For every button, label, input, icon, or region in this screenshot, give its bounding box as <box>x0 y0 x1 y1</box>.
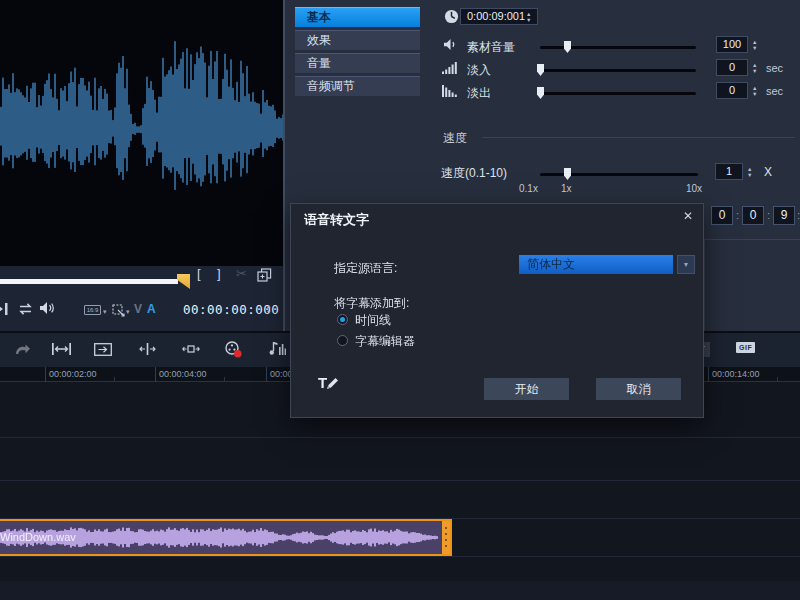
gif-export-icon[interactable]: GIF <box>736 342 755 353</box>
timecode-spinner[interactable]: ▲▼ <box>266 303 271 315</box>
video-toggle[interactable]: V <box>134 302 142 316</box>
speed-label: 速度(0.1-10) <box>441 165 507 182</box>
speed-value[interactable]: 1 <box>715 163 743 180</box>
fit-project-icon[interactable] <box>52 343 71 355</box>
group-box-border <box>704 239 705 331</box>
mark-out-button[interactable]: ] <box>217 266 221 281</box>
radio-timeline[interactable] <box>337 314 348 325</box>
duration-spinner[interactable]: ▲▼ <box>526 11 531 23</box>
fade-in-value[interactable]: 0 <box>716 59 748 76</box>
duration-clock-icon <box>444 9 459 24</box>
clip-volume-value[interactable]: 100 <box>716 36 748 53</box>
speed-slider[interactable] <box>540 173 698 176</box>
fade-out-unit: sec <box>766 85 783 97</box>
clip-volume-slider[interactable] <box>540 46 696 49</box>
video-preview-area <box>0 0 283 266</box>
preview-audio-waveform <box>0 0 283 266</box>
fade-in-label: 淡入 <box>467 62 491 79</box>
add-subtitles-to-label: 将字幕添加到: <box>334 295 409 312</box>
track-view-icon[interactable] <box>94 343 112 356</box>
svg-text:T: T <box>318 374 327 391</box>
preview-timecode[interactable]: 00:00:00:000 <box>183 302 279 317</box>
app-window: [ ] ✂ 16:9 ▾ ▾ V A 00:00:00:000 ▲▼ 基本 效果… <box>0 0 800 600</box>
speed-section-divider <box>482 137 795 138</box>
fade-out-value[interactable]: 0 <box>716 82 748 99</box>
resize-caret-icon[interactable]: ▾ <box>126 308 130 316</box>
tab-effects[interactable]: 效果 <box>295 30 420 50</box>
ruler-label: 00:00:04:00 <box>155 367 265 382</box>
dialog-title: 语音转文字 <box>304 211 369 229</box>
cancel-button[interactable]: 取消 <box>596 378 681 400</box>
ruler-label: 00:00:02:00 <box>45 367 155 382</box>
clip-volume-icon <box>443 38 458 51</box>
trim-bar[interactable] <box>0 279 178 284</box>
audio-clip-winddown[interactable]: WindDown.wav <box>0 519 452 556</box>
enlarge-preview-icon[interactable] <box>257 268 272 282</box>
preview-volume-icon[interactable] <box>39 301 55 315</box>
ruler-label: 00:00:14:00 <box>708 367 800 382</box>
mark-in-button[interactable]: [ <box>197 266 201 281</box>
clip-right-trim-handle[interactable] <box>442 521 450 554</box>
tab-basic[interactable]: 基本 <box>295 7 420 27</box>
loop-playback-icon[interactable] <box>17 303 34 315</box>
text-edit-icon: T <box>318 373 340 393</box>
digit-separator: : <box>736 209 739 221</box>
radio-subtitle-editor-label[interactable]: 字幕编辑器 <box>355 333 415 350</box>
clip-name: WindDown.wav <box>0 531 76 543</box>
speech-to-text-dialog: 语音转文字 ✕ 指定源语言: 简体中文 ▾ 将字幕添加到: 时间线 字幕编辑器 … <box>290 203 704 418</box>
close-icon[interactable]: ✕ <box>683 209 693 223</box>
redo-icon[interactable] <box>14 342 31 356</box>
start-button[interactable]: 开始 <box>484 378 569 400</box>
speed-section-title: 速度 <box>443 130 467 147</box>
duration-digit-minutes[interactable]: 0 <box>742 206 764 225</box>
source-language-label: 指定源语言: <box>334 260 397 277</box>
aspect-ratio-selector[interactable]: 16:9 <box>84 305 101 315</box>
trim-clip-icon[interactable] <box>182 343 200 355</box>
speed-mark-1x: 1x <box>561 183 572 194</box>
next-frame-button[interactable] <box>0 303 9 315</box>
source-language-dropdown[interactable]: 简体中文 <box>519 255 673 274</box>
group-box-border <box>705 239 800 240</box>
radio-timeline-label[interactable]: 时间线 <box>355 312 391 329</box>
dropdown-caret-icon[interactable]: ▾ <box>677 255 695 274</box>
track-divider <box>0 480 800 481</box>
clip-volume-label: 素材音量 <box>467 39 515 56</box>
sound-mixer-icon[interactable] <box>268 341 286 356</box>
track-divider <box>0 437 800 438</box>
digit-separator: : <box>767 209 770 221</box>
split-clip-scissors-icon[interactable]: ✂ <box>236 266 247 281</box>
resize-mode-icon[interactable] <box>112 304 125 317</box>
speed-mark-max: 10x <box>686 183 702 194</box>
speed-spinner[interactable]: ▲▼ <box>747 166 752 178</box>
preview-panel: [ ] ✂ 16:9 ▾ ▾ V A 00:00:00:000 ▲▼ <box>0 0 283 331</box>
audio-toggle[interactable]: A <box>147 302 156 316</box>
clip-volume-spinner[interactable]: ▲▼ <box>752 39 757 51</box>
speed-mark-min: 0.1x <box>519 183 538 194</box>
radio-subtitle-editor[interactable] <box>337 335 348 346</box>
tab-audio-adjust[interactable]: 音频调节 <box>295 76 420 96</box>
trim-end-handle[interactable] <box>177 274 190 289</box>
fade-in-icon <box>442 62 457 74</box>
fade-in-spinner[interactable]: ▲▼ <box>752 62 757 74</box>
split-clip-icon[interactable] <box>139 343 156 355</box>
record-capture-icon[interactable] <box>225 341 242 358</box>
duration-digit-seconds[interactable]: 9 <box>773 206 795 225</box>
fade-out-slider[interactable] <box>540 92 696 95</box>
fade-out-label: 淡出 <box>467 85 491 102</box>
fade-in-unit: sec <box>766 62 783 74</box>
duration-digit-hours[interactable]: 0 <box>711 206 733 225</box>
fade-out-spinner[interactable]: ▲▼ <box>752 85 757 97</box>
tab-volume[interactable]: 音量 <box>295 53 420 73</box>
bottom-track-strip <box>0 581 800 600</box>
speed-unit: X <box>764 165 772 179</box>
fade-out-icon <box>442 85 457 97</box>
fade-in-slider[interactable] <box>540 69 696 72</box>
aspect-caret-icon[interactable]: ▾ <box>103 308 107 316</box>
